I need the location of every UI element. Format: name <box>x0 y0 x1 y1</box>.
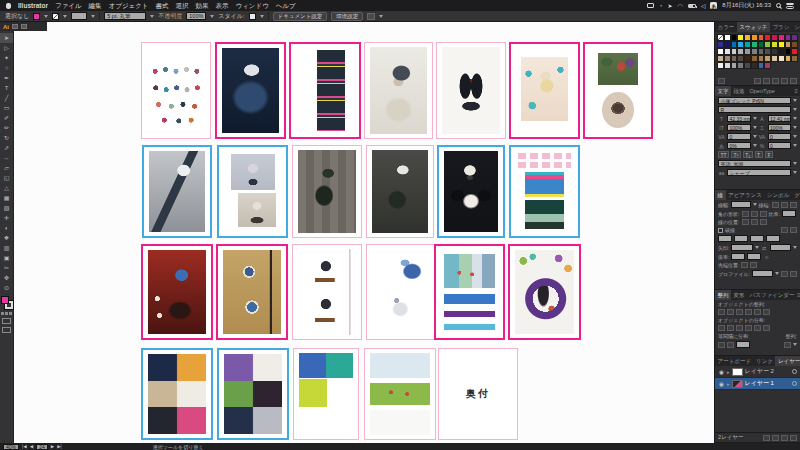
swatch-998675[interactable] <box>724 55 731 62</box>
fill-color-swatch[interactable] <box>33 13 40 20</box>
style-swatch[interactable] <box>249 13 256 20</box>
font-family-dropdown-icon[interactable] <box>793 99 797 102</box>
tsume-field-dropdown-icon[interactable] <box>753 144 757 147</box>
corner-round-icon[interactable] <box>751 211 758 217</box>
opacity-label[interactable]: 不透明度 <box>158 12 182 21</box>
input-source-icon[interactable]: あ <box>710 2 717 9</box>
font-size-field[interactable]: 42.33 mm <box>727 115 751 122</box>
swatch-3a6aa8[interactable] <box>758 62 765 69</box>
flip-across-icon[interactable] <box>790 271 797 277</box>
menu-ヘルプ[interactable]: ヘルプ <box>276 0 296 11</box>
artboard-r1a4[interactable] <box>364 42 433 139</box>
swatch-c7b299[interactable] <box>717 55 724 62</box>
zoom-level-field[interactable]: 40% <box>3 444 19 450</box>
link-scale-icon[interactable]: ∞ <box>763 254 770 260</box>
new-layer-icon[interactable] <box>781 435 788 441</box>
perspective-grid-tool-icon[interactable]: △ <box>0 183 13 193</box>
horizontal-spacing-icon[interactable] <box>727 342 734 348</box>
arrowhead-end-field[interactable] <box>770 244 791 251</box>
lasso-tool-icon[interactable]: ○ <box>0 63 13 73</box>
swatch-006837[interactable] <box>758 41 765 48</box>
swatch-ed1c24[interactable] <box>791 48 798 55</box>
horizontal-scale-field-dropdown-icon[interactable] <box>793 126 797 129</box>
tab-シンボル[interactable]: シンボル <box>764 190 792 200</box>
tab-文字[interactable]: 文字 <box>715 86 731 96</box>
swatch-8a6a3a[interactable] <box>791 55 798 62</box>
swatch-a67c52[interactable] <box>758 55 765 62</box>
arrange-icon[interactable] <box>367 13 375 20</box>
language-field[interactable]: 英語: 米国 <box>718 160 791 167</box>
swatch-fcee21[interactable] <box>778 41 785 48</box>
menu-書式[interactable]: 書式 <box>156 0 169 11</box>
tab-整列[interactable]: 整列 <box>715 290 731 300</box>
swatch-ffffff[interactable] <box>724 34 731 41</box>
rotate-tool-icon[interactable]: ↻ <box>0 133 13 143</box>
line-segment-tool-icon[interactable]: ╱ <box>0 93 13 103</box>
font-style-field[interactable]: R <box>718 106 791 113</box>
swatch-1a1a1a[interactable] <box>778 48 785 55</box>
preferences-button[interactable]: 環境設定 <box>331 12 363 21</box>
swatch-cccccc[interactable] <box>731 48 738 55</box>
delete-swatch-icon[interactable] <box>790 78 797 84</box>
swatch-29abe2[interactable] <box>737 41 744 48</box>
align-top-icon[interactable] <box>745 309 752 315</box>
type-tool-icon[interactable]: T <box>0 83 13 93</box>
control-center-icon[interactable] <box>786 3 794 9</box>
swatch-a83a6a[interactable] <box>764 62 771 69</box>
stroke-color-swatch[interactable] <box>52 13 59 20</box>
swatch-4d4d4d[interactable] <box>764 48 771 55</box>
swatch-c69c6e[interactable] <box>785 41 792 48</box>
artboard-r4a1[interactable] <box>141 348 213 440</box>
menu-表示[interactable]: 表示 <box>216 0 229 11</box>
width-tool-icon[interactable]: ↔ <box>0 153 13 163</box>
swatch-736357[interactable] <box>731 55 738 62</box>
distribute-vcenter-icon[interactable] <box>727 325 734 331</box>
layer-name[interactable]: レイヤー 2 <box>745 367 774 376</box>
tab-シンボル[interactable]: シンボル <box>792 22 800 32</box>
align-to-dropdown-icon[interactable] <box>793 343 797 346</box>
menu-効果[interactable]: 効果 <box>196 0 209 11</box>
volume-icon[interactable]: ◁ <box>701 3 706 9</box>
font-family-field[interactable]: 小塚ゴシック Pr6N <box>718 97 791 104</box>
artboard-r2a3[interactable] <box>292 145 362 238</box>
arrowhead-start-dropdown-icon[interactable] <box>755 246 759 249</box>
swatch-8cc63f[interactable] <box>764 41 771 48</box>
distribute-left-icon[interactable] <box>745 325 752 331</box>
swatch-93278f[interactable] <box>785 34 792 41</box>
distribute-bottom-icon[interactable] <box>736 325 743 331</box>
dash-field-1[interactable] <box>718 235 732 242</box>
apple-icon[interactable] <box>6 3 11 9</box>
artboard-r1a7[interactable] <box>583 42 653 139</box>
cap-round-icon[interactable] <box>781 202 788 208</box>
tab-パスファインダー[interactable]: パスファインダー <box>747 290 797 300</box>
selection-tool-icon[interactable]: ➤ <box>0 33 13 43</box>
slice-tool-icon[interactable]: ✂ <box>0 263 13 273</box>
arrow-scale-start-field[interactable] <box>731 253 745 260</box>
zoom-tool-icon[interactable]: ⊙ <box>0 283 13 293</box>
align-to-selection-icon[interactable] <box>784 342 791 348</box>
menu-app[interactable]: Illustrator <box>18 0 48 11</box>
screen-mode-icon[interactable] <box>2 327 11 333</box>
swatch-999999[interactable] <box>744 48 751 55</box>
arrow-scale-end-field[interactable] <box>747 253 761 260</box>
visibility-eye-icon[interactable]: ◉ <box>718 381 725 387</box>
swatch-662d91[interactable] <box>791 34 798 41</box>
dashed-line-checkbox[interactable] <box>718 228 723 233</box>
type-style-button-4[interactable]: Ŧ <box>765 151 773 158</box>
swatch-f7931e[interactable] <box>751 34 758 41</box>
type-style-button-3[interactable]: T <box>755 151 763 158</box>
swatch-2e3192[interactable] <box>717 41 724 48</box>
tab-変形[interactable]: 変形 <box>731 290 747 300</box>
hand-tool-icon[interactable]: ✥ <box>0 273 13 283</box>
free-transform-tool-icon[interactable]: ▱ <box>0 163 13 173</box>
corner-miter-icon[interactable] <box>742 211 749 217</box>
expand-triangle-icon[interactable]: ▸ <box>727 381 730 387</box>
align-center-icon[interactable] <box>742 219 749 225</box>
brush-definition-dropdown[interactable]: 5 pt. 丸筆 <box>104 12 146 20</box>
vertical-spacing-icon[interactable] <box>718 342 725 348</box>
next-artboard-icon[interactable]: ▶ <box>51 444 54 449</box>
dash-field-2[interactable] <box>750 235 764 242</box>
fill-indicator[interactable] <box>1 296 9 304</box>
tab-レイヤー[interactable]: レイヤー <box>775 356 800 366</box>
last-artboard-icon[interactable]: ▶| <box>57 444 62 449</box>
